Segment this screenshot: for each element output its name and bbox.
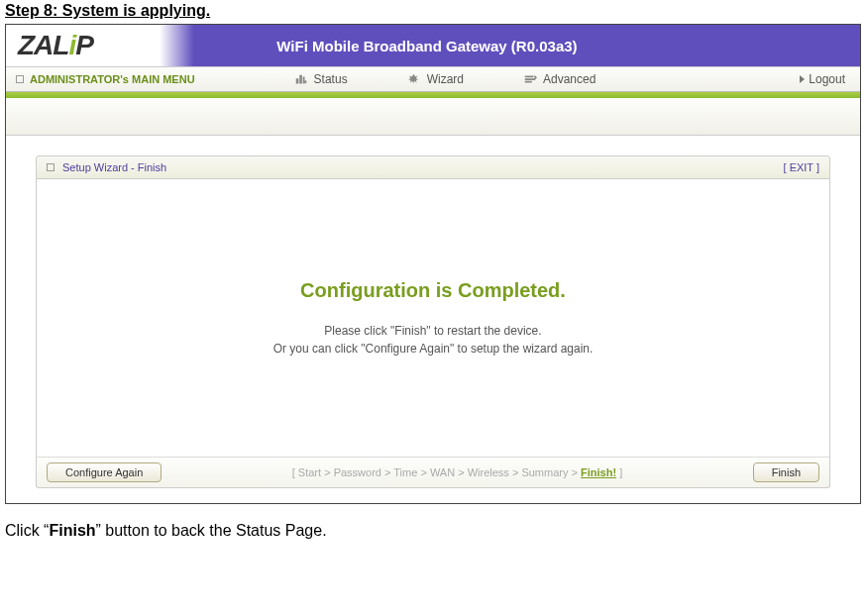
panel-bullet-icon — [47, 163, 54, 171]
menu-item-label: Advanced — [543, 72, 595, 86]
step-heading: Step 8: System is applying. — [0, 0, 866, 22]
header-bar: ZALiP WiFi Mobile Broadband Gateway (R0.… — [6, 25, 860, 66]
crumb-start[interactable]: Start — [298, 466, 321, 478]
panel-footer: Configure Again [ Start > Password > Tim… — [36, 457, 830, 488]
header-title: WiFi Mobile Broadband Gateway (R0.03a3) — [0, 38, 860, 54]
crumb-wan[interactable]: WAN — [430, 466, 455, 478]
advanced-icon — [523, 72, 537, 86]
menu-item-label: Status — [314, 72, 348, 86]
menu-bullet-icon — [16, 75, 24, 83]
config-complete-heading: Configuration is Completed. — [300, 279, 566, 302]
crumb-wireless[interactable]: Wireless — [468, 466, 509, 478]
sub-bar — [6, 98, 860, 136]
status-icon — [294, 72, 308, 86]
crumb-summary[interactable]: Summary — [521, 466, 568, 478]
crumb-finish: Finish! — [581, 466, 616, 478]
crumb-time[interactable]: Time — [393, 466, 417, 478]
config-note: Please click "Finish" to restart the dev… — [273, 322, 594, 358]
panel-title: Setup Wizard - Finish — [62, 161, 784, 173]
breadcrumb: [ Start > Password > Time > WAN > Wirele… — [162, 466, 752, 478]
menu-item-status[interactable]: Status — [294, 72, 348, 86]
content-area: Setup Wizard - Finish [ EXIT ] Configura… — [6, 136, 860, 503]
wizard-icon — [407, 72, 421, 86]
menu-main-label[interactable]: ADMINISTRATOR's MAIN MENU — [30, 73, 195, 85]
exit-link[interactable]: [ EXIT ] — [784, 161, 819, 173]
menu-item-label: Logout — [809, 72, 845, 86]
finish-button[interactable]: Finish — [753, 462, 819, 482]
config-note-line1: Please click "Finish" to restart the dev… — [273, 322, 594, 340]
configure-again-button[interactable]: Configure Again — [47, 462, 162, 482]
menu-item-logout[interactable]: Logout — [800, 72, 845, 86]
crumb-password[interactable]: Password — [334, 466, 381, 478]
gateway-frame: ZALiP WiFi Mobile Broadband Gateway (R0.… — [5, 24, 861, 504]
instruction-text: Click “Finish” button to back the Status… — [5, 522, 861, 540]
arrow-right-icon — [800, 75, 805, 83]
panel-body: Configuration is Completed. Please click… — [36, 179, 830, 457]
menu-item-advanced[interactable]: Advanced — [523, 72, 595, 86]
config-note-line2: Or you can click "Configure Again" to se… — [273, 340, 594, 358]
menu-item-label: Wizard — [427, 72, 464, 86]
panel-header: Setup Wizard - Finish [ EXIT ] — [36, 155, 830, 179]
menu-bar: ADMINISTRATOR's MAIN MENU Status Wizard … — [6, 66, 860, 92]
menu-item-wizard[interactable]: Wizard — [407, 72, 464, 86]
